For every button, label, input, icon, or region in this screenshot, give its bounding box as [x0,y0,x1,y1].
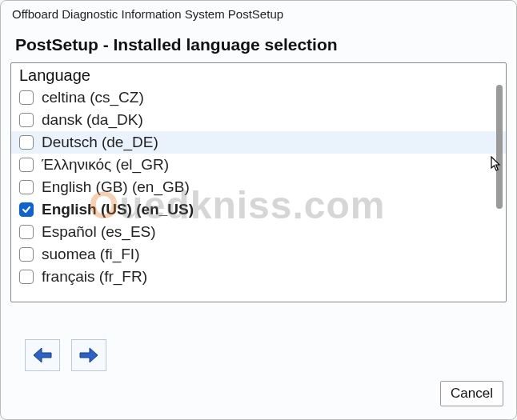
language-checkbox[interactable] [19,158,34,172]
arrow-left-icon [32,346,53,364]
language-label: English (US) (en_US) [42,201,194,218]
language-row[interactable]: Deutsch (de_DE) [11,131,506,154]
language-checkbox[interactable] [19,135,34,150]
next-button[interactable] [71,339,106,371]
language-label: Έλληνικός (el_GR) [42,156,169,174]
arrow-right-icon [78,346,99,364]
language-row[interactable]: Έλληνικός (el_GR) [11,154,506,176]
language-label: Español (es_ES) [42,223,156,241]
language-label: dansk (da_DK) [42,111,143,129]
language-checkbox[interactable] [19,90,34,105]
language-list: Language celtina (cs_CZ)dansk (da_DK)Deu… [10,62,507,302]
language-label: English (GB) (en_GB) [42,178,190,196]
language-label: Deutsch (de_DE) [42,134,158,151]
language-checkbox[interactable] [19,180,34,194]
language-label: celtina (cs_CZ) [42,89,144,106]
language-checkbox[interactable] [19,270,34,284]
list-column-header: Language [11,63,506,86]
scrollbar-track[interactable] [495,65,504,300]
cancel-button[interactable]: Cancel [440,381,503,406]
language-row[interactable]: English (US) (en_US) [11,198,506,221]
language-row[interactable]: celtina (cs_CZ) [11,86,506,109]
window-title: Offboard Diagnostic Information System P… [1,1,516,24]
language-row[interactable]: français (fr_FR) [11,266,506,288]
dialog-window: Offboard Diagnostic Information System P… [0,0,517,420]
nav-buttons [25,339,106,371]
language-checkbox[interactable] [19,247,34,262]
page-heading: PostSetup - Installed language selection [1,24,516,62]
language-checkbox[interactable] [19,225,34,239]
language-label: suomea (fi_FI) [42,246,139,263]
language-row[interactable]: Español (es_ES) [11,221,506,243]
language-row[interactable]: English (GB) (en_GB) [11,176,506,198]
language-row[interactable]: suomea (fi_FI) [11,243,506,266]
language-row[interactable]: dansk (da_DK) [11,109,506,131]
language-label: français (fr_FR) [42,268,147,286]
scrollbar-thumb[interactable] [496,85,503,209]
language-checkbox[interactable] [19,113,34,127]
back-button[interactable] [25,339,60,371]
language-checkbox[interactable] [19,202,34,217]
list-body: celtina (cs_CZ)dansk (da_DK)Deutsch (de_… [11,86,506,288]
